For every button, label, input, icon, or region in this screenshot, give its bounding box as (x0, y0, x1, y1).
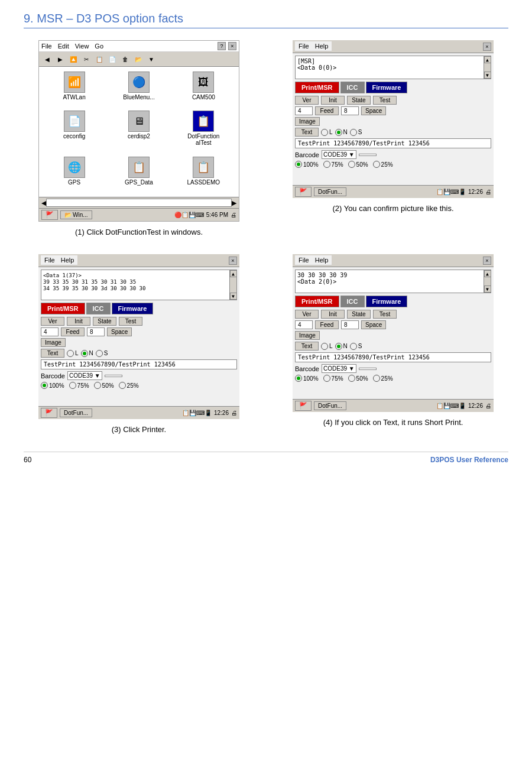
icon-lassdemo[interactable]: 📋 LASSDEMO (173, 157, 234, 192)
icon-gps[interactable]: 🌐 GPS (44, 157, 105, 192)
tab-print-msr-4[interactable]: Print/MSR (295, 296, 339, 307)
menu-view[interactable]: View (75, 43, 89, 50)
radio-75-2[interactable]: 75% (323, 161, 343, 168)
btn-feed-4[interactable]: Feed (315, 320, 339, 329)
btn-feed-3[interactable]: Feed (61, 327, 85, 336)
tab-icc-2[interactable]: ICC (340, 82, 365, 93)
scroll-up-4[interactable]: ▲ (484, 270, 491, 277)
menu-file-2[interactable]: File (299, 43, 309, 50)
start-btn-2[interactable]: 🚩 (295, 187, 312, 197)
tab-firmware-3[interactable]: Firmware (112, 303, 154, 314)
tab-print-msr-2[interactable]: Print/MSR (295, 82, 339, 93)
radio-25-2[interactable]: 25% (373, 161, 393, 168)
radio-100-4[interactable]: 100% (295, 375, 319, 382)
btn-ver-4[interactable]: Ver (295, 310, 319, 319)
input-val1-3[interactable]: 4 (41, 327, 59, 336)
testprint-field-3[interactable]: TestPrint 1234567890/TestPrint 123456 (41, 359, 237, 369)
tab-print-msr-3[interactable]: Print/MSR (41, 303, 85, 314)
scroll-down-4[interactable]: ▼ (484, 285, 491, 293)
dropdown-icon[interactable]: ▼ (145, 53, 157, 65)
input-val2-2[interactable]: 8 (341, 106, 359, 115)
btn-test-2[interactable]: Test (373, 96, 397, 105)
radio-50-2[interactable]: 50% (348, 161, 368, 168)
testprint-field-4[interactable]: TestPrint 1234567890/TestPrint 123456 (295, 352, 491, 362)
barcode-select-3[interactable]: CODE39 ▼ (67, 371, 102, 380)
btn-test-4[interactable]: Test (373, 310, 397, 319)
folder-icon[interactable]: 📂 (132, 53, 144, 65)
btn-init-4[interactable]: Init (321, 310, 345, 319)
radio-100-3[interactable]: 100% (41, 382, 64, 389)
radio-25-4[interactable]: 25% (373, 375, 393, 382)
testprint-field-2[interactable]: TestPrint 1234567890/TestPrint 123456 (295, 138, 491, 148)
scroll-up-2[interactable]: ▲ (484, 56, 491, 63)
tab-icc-3[interactable]: ICC (86, 303, 111, 314)
taskbar-dotfun-2[interactable]: DotFun... (314, 187, 346, 196)
radio-S-3[interactable]: S (96, 350, 108, 357)
icon-cam500[interactable]: 🖼 CAM500 (173, 72, 234, 107)
start-button[interactable]: 🚩 (41, 210, 58, 220)
btn-feed-2[interactable]: Feed (315, 106, 339, 115)
radio-L-2[interactable]: L (321, 129, 333, 136)
close-btn-2[interactable]: × (483, 43, 491, 51)
radio-L-3[interactable]: L (67, 350, 79, 357)
help-button[interactable]: ? (218, 42, 226, 50)
barcode-input-2[interactable] (359, 154, 377, 156)
scroll-down-2[interactable]: ▼ (484, 72, 491, 79)
radio-L-4[interactable]: L (321, 343, 333, 350)
input-val2-4[interactable]: 8 (341, 320, 359, 329)
btn-space-4[interactable]: Space (361, 320, 386, 329)
menu-help-4[interactable]: Help (315, 257, 329, 264)
btn-state-2[interactable]: State (347, 96, 371, 105)
tab-firmware-2[interactable]: Firmware (366, 82, 408, 93)
icon-gps-data[interactable]: 📋 GPS_Data (108, 157, 169, 192)
barcode-select-2[interactable]: CODE39 ▼ (322, 150, 356, 159)
input-val2-3[interactable]: 8 (87, 327, 105, 336)
btn-space-2[interactable]: Space (361, 106, 386, 115)
btn-test-3[interactable]: Test (119, 317, 142, 326)
radio-100-2[interactable]: 100% (295, 161, 319, 168)
menu-go[interactable]: Go (95, 43, 103, 50)
menu-file[interactable]: File (41, 43, 52, 50)
start-btn-4[interactable]: 🚩 (295, 401, 312, 411)
taskbar-dotfun-3[interactable]: DotFun... (60, 408, 92, 417)
icon-cerdisp2[interactable]: 🖥 cerdisp2 (108, 111, 169, 152)
icon-atwlan[interactable]: 📶 ATWLan (44, 72, 105, 107)
btn-state-4[interactable]: State (347, 310, 371, 319)
icon-bluemenu[interactable]: 🔵 BlueMenu... (108, 72, 169, 107)
btn-ver-3[interactable]: Ver (41, 317, 64, 326)
up-icon[interactable]: 🔼 (67, 53, 79, 65)
radio-50-3[interactable]: 50% (94, 382, 114, 389)
copy-icon[interactable]: 📋 (93, 53, 105, 65)
close-button[interactable]: × (228, 42, 236, 50)
paste-icon[interactable]: 📄 (106, 53, 118, 65)
btn-space-3[interactable]: Space (107, 327, 132, 336)
barcode-input-4[interactable] (359, 368, 377, 370)
btn-text-3[interactable]: Text (41, 349, 64, 358)
barcode-input-3[interactable] (105, 375, 122, 377)
input-val1-4[interactable]: 4 (295, 320, 313, 329)
btn-text-2[interactable]: Text (295, 128, 319, 137)
menu-file-4[interactable]: File (299, 257, 309, 264)
icon-ceconfig[interactable]: 📄 ceconfig (44, 111, 105, 152)
start-btn-3[interactable]: 🚩 (41, 408, 57, 418)
delete-icon[interactable]: 🗑 (119, 53, 131, 65)
btn-ver-2[interactable]: Ver (295, 96, 319, 105)
radio-N-4[interactable]: N (335, 343, 348, 350)
menu-edit[interactable]: Edit (58, 43, 69, 50)
btn-text-4[interactable]: Text (295, 342, 319, 351)
radio-75-3[interactable]: 75% (69, 382, 89, 389)
icon-dotfunctiontest[interactable]: 📋 DotFunctionaITest (173, 111, 234, 152)
menu-help-2[interactable]: Help (315, 43, 329, 50)
menu-help-3[interactable]: Help (61, 257, 74, 264)
scroll-right-icon[interactable]: ▶ (232, 199, 236, 207)
scroll-left-icon[interactable]: ◀ (41, 199, 46, 207)
menu-file-3[interactable]: File (44, 257, 55, 264)
forward-icon[interactable]: ▶ (54, 53, 66, 65)
taskbar-dotfun-4[interactable]: DotFun... (314, 401, 346, 410)
scroll-up-3[interactable]: ▲ (230, 270, 237, 277)
btn-image-2[interactable]: Image (295, 117, 320, 126)
radio-75-4[interactable]: 75% (323, 375, 343, 382)
radio-25-3[interactable]: 25% (119, 382, 139, 389)
input-val1-2[interactable]: 4 (295, 106, 313, 115)
taskbar-win[interactable]: 📂 Win... (60, 210, 92, 219)
